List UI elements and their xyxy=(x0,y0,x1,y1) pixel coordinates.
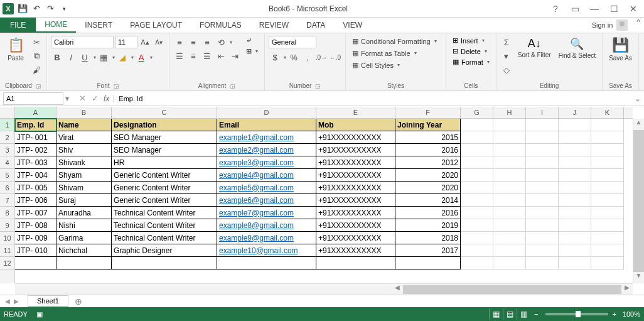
cell[interactable]: JTP- 001 xyxy=(15,131,56,144)
cell[interactable]: 2019 xyxy=(395,219,461,232)
row-header-7[interactable]: 7 xyxy=(0,194,14,207)
alignment-dialog-launcher[interactable]: ◲ xyxy=(230,83,235,89)
cell[interactable] xyxy=(591,144,624,156)
align-center-icon[interactable]: ≡ xyxy=(187,50,200,62)
cell[interactable]: JTP- 007 xyxy=(15,207,56,219)
save-as-button[interactable]: 💾 Save As xyxy=(606,36,635,63)
cell[interactable]: Shivank xyxy=(56,156,112,169)
accept-formula-icon[interactable]: ✓ xyxy=(89,92,101,105)
cell[interactable] xyxy=(56,257,112,269)
cell[interactable] xyxy=(493,219,526,232)
cell[interactable] xyxy=(559,194,591,207)
align-bottom-icon[interactable]: ≡ xyxy=(201,36,213,48)
zoom-level[interactable]: 100% xyxy=(623,310,640,318)
column-header-H[interactable]: H xyxy=(493,107,526,118)
cell[interactable] xyxy=(526,194,559,207)
cell[interactable] xyxy=(559,219,591,232)
normal-view-icon[interactable]: ▦ xyxy=(489,308,503,320)
cell[interactable] xyxy=(493,232,526,244)
cell[interactable]: 2016 xyxy=(395,144,461,156)
column-header-B[interactable]: B xyxy=(56,107,112,118)
align-left-icon[interactable]: ☰ xyxy=(173,50,186,62)
format-painter-icon[interactable]: 🖌 xyxy=(30,63,43,76)
cell[interactable]: 2020 xyxy=(395,182,461,194)
cell[interactable] xyxy=(493,194,526,207)
hscroll-thumb[interactable] xyxy=(403,285,621,294)
cell[interactable]: JTP- 005 xyxy=(15,182,56,194)
namebox-dropdown-icon[interactable]: ▾ xyxy=(63,94,71,103)
cell[interactable]: example3@gmail.com xyxy=(217,156,316,169)
zoom-in-button[interactable]: + xyxy=(612,310,616,318)
cell[interactable] xyxy=(591,257,624,269)
cell[interactable] xyxy=(526,182,559,194)
cell[interactable]: Nichchal xyxy=(56,244,112,257)
cell[interactable]: Technical Content Writer xyxy=(112,232,217,244)
cell[interactable] xyxy=(526,257,559,269)
cell[interactable]: JTP- 006 xyxy=(15,194,56,207)
italic-button[interactable]: I xyxy=(65,51,77,63)
cell[interactable] xyxy=(493,169,526,182)
cell[interactable]: example10@gmail.com xyxy=(217,244,316,257)
column-header-G[interactable]: G xyxy=(461,107,493,118)
percent-icon[interactable]: % xyxy=(287,51,300,63)
cell[interactable] xyxy=(461,244,493,257)
scroll-left-icon[interactable]: ◀ xyxy=(392,284,403,295)
font-name-input[interactable] xyxy=(51,36,114,48)
underline-menu-icon[interactable]: ▾ xyxy=(94,55,96,60)
cell[interactable] xyxy=(493,119,526,131)
underline-button[interactable]: U xyxy=(78,51,91,63)
row-header-2[interactable]: 2 xyxy=(0,131,14,144)
cell[interactable] xyxy=(591,131,624,144)
cell[interactable]: JTP- 008 xyxy=(15,219,56,232)
cell[interactable]: Suraj xyxy=(56,194,112,207)
row-header-6[interactable]: 6 xyxy=(0,182,14,194)
cell[interactable] xyxy=(526,169,559,182)
decrease-indent-icon[interactable]: ⇤ xyxy=(215,50,227,62)
cells-area[interactable]: Emp. IdNameDesignationEmailMobJoining Ye… xyxy=(15,119,633,283)
row-header-10[interactable]: 10 xyxy=(0,232,14,244)
cell[interactable]: example1@gmail.com xyxy=(217,131,316,144)
row-header-8[interactable]: 8 xyxy=(0,207,14,219)
font-size-input[interactable] xyxy=(115,36,137,48)
tab-insert[interactable]: INSERT xyxy=(76,18,121,33)
cell-styles-button[interactable]: ▦ Cell Styles ▾ xyxy=(350,60,402,70)
row-header-3[interactable]: 3 xyxy=(0,144,14,156)
cell[interactable] xyxy=(493,144,526,156)
cell[interactable]: 2016 xyxy=(395,207,461,219)
cell[interactable]: Shiv xyxy=(56,144,112,156)
decrease-decimal-icon[interactable]: ←.0 xyxy=(329,51,341,63)
number-format-select[interactable] xyxy=(269,36,316,48)
cell[interactable] xyxy=(526,244,559,257)
cell[interactable] xyxy=(526,119,559,131)
cell[interactable] xyxy=(526,219,559,232)
cell[interactable]: example8@gmail.com xyxy=(217,219,316,232)
sign-in[interactable]: Sign in xyxy=(587,18,633,33)
cell[interactable]: +91XXXXXXXXXX xyxy=(316,219,395,232)
fill-color-icon[interactable]: ◢ xyxy=(116,51,129,63)
cell[interactable] xyxy=(461,182,493,194)
cell[interactable]: +91XXXXXXXXXX xyxy=(316,144,395,156)
cell[interactable] xyxy=(493,244,526,257)
cell[interactable] xyxy=(461,194,493,207)
cell[interactable] xyxy=(559,131,591,144)
row-header-5[interactable]: 5 xyxy=(0,169,14,182)
column-header-I[interactable]: I xyxy=(526,107,559,118)
cell[interactable]: +91XXXXXXXXXX xyxy=(316,131,395,144)
autosum-icon[interactable]: Σ xyxy=(500,36,513,48)
increase-indent-icon[interactable]: ⇥ xyxy=(228,50,241,62)
sheet-nav-prev-icon[interactable]: ◀ xyxy=(5,298,10,305)
cell[interactable] xyxy=(591,219,624,232)
cell[interactable] xyxy=(461,169,493,182)
paste-button[interactable]: 📋 Paste xyxy=(4,36,28,63)
wrap-text-button[interactable]: ⤶ xyxy=(244,36,260,45)
font-dialog-launcher[interactable]: ◲ xyxy=(114,83,119,89)
cell[interactable] xyxy=(461,207,493,219)
cell[interactable]: SEO Manager xyxy=(112,131,217,144)
ribbon-options-button[interactable]: ▭ xyxy=(566,2,584,16)
page-layout-view-icon[interactable]: ▤ xyxy=(503,308,517,320)
cell[interactable]: 2018 xyxy=(395,232,461,244)
cell[interactable]: example5@gmail.com xyxy=(217,182,316,194)
fontcolor-menu-icon[interactable]: ▾ xyxy=(150,55,153,60)
column-header-K[interactable]: K xyxy=(591,107,624,118)
name-box[interactable] xyxy=(3,92,63,105)
